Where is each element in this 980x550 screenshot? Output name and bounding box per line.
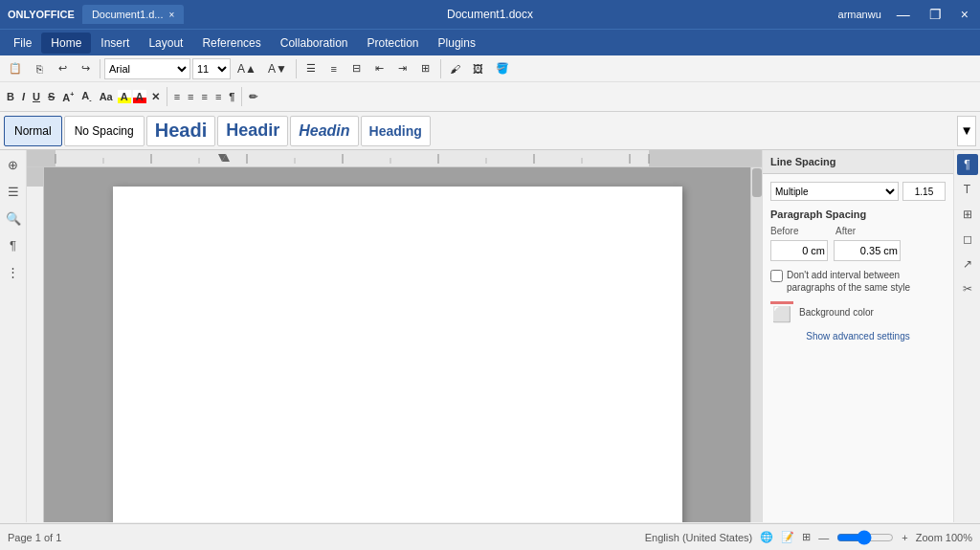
- status-bar: Page 1 of 1 English (United States) 🌐 📝 …: [0, 523, 980, 550]
- bg-color-row: ⬜ Background color: [770, 301, 946, 323]
- show-advanced-link[interactable]: Show advanced settings: [770, 331, 946, 341]
- paste-button[interactable]: 📋: [4, 58, 27, 79]
- style-normal[interactable]: Normal: [4, 116, 62, 146]
- close-tab-icon[interactable]: ×: [168, 10, 174, 20]
- multilevel-list-button[interactable]: ⊟: [346, 58, 368, 79]
- menu-insert[interactable]: Insert: [91, 33, 139, 54]
- zoom-in-icon[interactable]: +: [902, 532, 907, 543]
- title-bar-left: ONLYOFFICE Document1.d... ×: [8, 5, 184, 24]
- vertical-scrollbar[interactable]: [750, 167, 762, 522]
- change-case-button[interactable]: Aa: [97, 90, 116, 103]
- scroll-thumb[interactable]: [752, 168, 762, 197]
- after-label: After: [835, 226, 856, 236]
- menu-file[interactable]: File: [4, 33, 41, 54]
- language-indicator[interactable]: English (United States): [645, 532, 753, 543]
- zoom-fit-icon[interactable]: ⊞: [802, 531, 811, 543]
- style-heading3[interactable]: Headin: [290, 116, 358, 146]
- strikethrough-button[interactable]: S: [45, 90, 57, 103]
- right-icon-signature[interactable]: ✂: [957, 278, 978, 299]
- line-spacing-select[interactable]: Multiple Single 1.5 lines Double: [770, 182, 899, 201]
- copy-button[interactable]: ⎘: [29, 58, 50, 79]
- menu-protection[interactable]: Protection: [358, 33, 429, 54]
- style-more-button[interactable]: ▼: [957, 116, 976, 146]
- sidebar-nav-icon[interactable]: ☰: [3, 181, 24, 202]
- subscript-button[interactable]: A-: [78, 89, 94, 104]
- undo-button[interactable]: ↩: [52, 58, 73, 79]
- sidebar-search-icon[interactable]: 🔍: [3, 208, 24, 229]
- font-color-button[interactable]: A: [133, 90, 146, 103]
- zoom-out-icon[interactable]: —: [818, 532, 829, 543]
- right-panel-title: Line Spacing: [770, 156, 835, 167]
- redo-button[interactable]: ↪: [75, 58, 96, 79]
- before-label: Before: [770, 226, 828, 236]
- right-panel-content: Multiple Single 1.5 lines Double Paragra…: [763, 174, 953, 522]
- horizontal-ruler: [27, 150, 762, 167]
- zoom-level: Zoom 100%: [916, 532, 972, 543]
- right-icon-shape[interactable]: ◻: [957, 229, 978, 250]
- align-left-button[interactable]: ≡: [171, 90, 183, 103]
- menu-references[interactable]: References: [192, 33, 270, 54]
- style-heading2[interactable]: Headir: [217, 116, 288, 146]
- doc-viewport[interactable]: [44, 167, 750, 522]
- sidebar-more-icon[interactable]: ⋮: [3, 261, 24, 282]
- paragraph-mark-button[interactable]: ¶: [226, 90, 237, 103]
- decrease-indent-button[interactable]: ⇤: [369, 58, 390, 79]
- format-painter-button[interactable]: ✏: [246, 90, 260, 104]
- right-icon-image[interactable]: ↗: [957, 253, 978, 275]
- bg-color-icon: ⬜: [772, 305, 791, 323]
- sep5: [241, 87, 242, 106]
- doc-tab[interactable]: Document1.d... ×: [82, 5, 184, 24]
- style-no-spacing[interactable]: No Spacing: [64, 116, 145, 146]
- svg-rect-20: [27, 167, 44, 187]
- bold-button[interactable]: B: [4, 90, 17, 103]
- align-right-button[interactable]: ≡: [198, 90, 210, 103]
- right-icon-text[interactable]: T: [957, 179, 978, 200]
- italic-button[interactable]: I: [19, 90, 28, 103]
- spell-check-icon[interactable]: 🌐: [760, 531, 773, 543]
- paint-format-button[interactable]: 🖌: [445, 58, 466, 79]
- after-spacing-input[interactable]: [834, 240, 901, 261]
- bullet-list-button[interactable]: ☰: [301, 58, 322, 79]
- bg-color-btn[interactable]: ⬜: [770, 301, 793, 323]
- paragraph-spacing-title: Paragraph Spacing: [770, 209, 946, 220]
- paint-bucket-button[interactable]: 🪣: [491, 58, 514, 79]
- right-icon-table[interactable]: ⊞: [957, 204, 978, 225]
- superscript-button[interactable]: A+: [59, 90, 77, 104]
- numbered-list-button[interactable]: ≡: [323, 58, 345, 79]
- before-spacing-input[interactable]: [770, 240, 828, 261]
- increase-indent-button[interactable]: ⇥: [392, 58, 413, 79]
- spacing-inputs: [770, 240, 946, 261]
- minimize-button[interactable]: —: [893, 7, 914, 22]
- clear-format-button[interactable]: ✕: [148, 90, 163, 104]
- line-spacing-value[interactable]: [902, 182, 946, 201]
- menu-layout[interactable]: Layout: [139, 33, 192, 54]
- font-name-select[interactable]: Arial: [104, 58, 190, 79]
- font-size-select[interactable]: 11: [192, 58, 231, 79]
- toolbar-row2: B I U S A+ A- Aa A A ✕ ≡ ≡ ≡ ≡ ¶ ✏: [0, 82, 980, 111]
- maximize-button[interactable]: ❐: [925, 7, 946, 22]
- align-justify-button[interactable]: ≡: [212, 90, 224, 103]
- zoom-slider[interactable]: [836, 530, 894, 545]
- menu-plugins[interactable]: Plugins: [429, 33, 485, 54]
- sep4: [167, 87, 167, 106]
- menu-collaboration[interactable]: Collaboration: [271, 33, 358, 54]
- align-center-button[interactable]: ≡: [185, 90, 196, 103]
- same-style-checkbox-row: Don't add interval between paragraphs of…: [770, 269, 946, 294]
- same-style-checkbox[interactable]: [770, 270, 783, 282]
- right-panel-header: Line Spacing: [763, 150, 953, 174]
- image-button[interactable]: 🖼: [468, 58, 489, 79]
- style-heading1[interactable]: Headi: [146, 116, 215, 146]
- track-changes-icon[interactable]: 📝: [781, 531, 794, 543]
- style-heading4[interactable]: Heading: [361, 116, 431, 146]
- close-window-button[interactable]: ×: [957, 7, 972, 22]
- sidebar-view-icon[interactable]: ⊕: [3, 154, 24, 175]
- right-panel: Line Spacing Multiple Single 1.5 lines D…: [762, 150, 953, 522]
- highlight-color-button[interactable]: A: [118, 90, 131, 103]
- font-size-inc-button[interactable]: A▲: [233, 58, 261, 79]
- list-settings-button[interactable]: ⊞: [415, 58, 436, 79]
- right-icon-paragraph[interactable]: ¶: [957, 154, 978, 175]
- sidebar-para-icon[interactable]: ¶: [3, 234, 24, 255]
- underline-button[interactable]: U: [30, 90, 43, 103]
- font-size-dec-button[interactable]: A▼: [263, 58, 292, 79]
- menu-home[interactable]: Home: [41, 33, 91, 54]
